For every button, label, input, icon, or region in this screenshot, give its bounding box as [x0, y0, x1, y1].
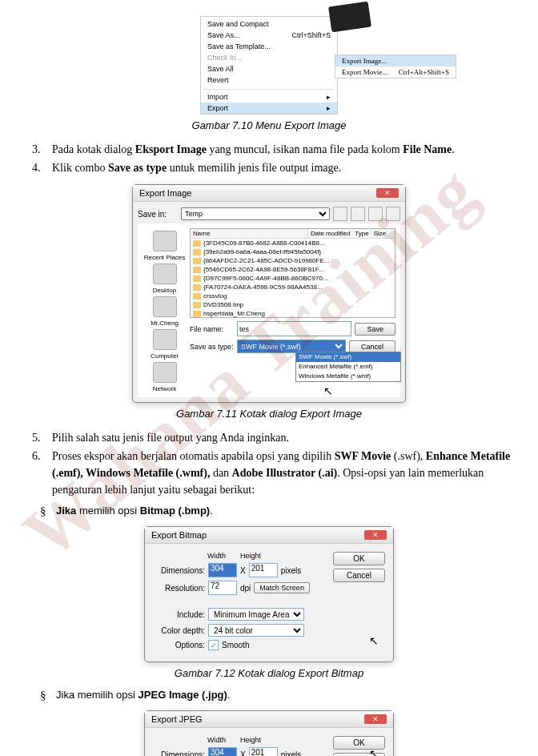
- back-icon[interactable]: [333, 207, 347, 221]
- step-3: 3. Pada kotak dialog Eksport Image yang …: [32, 141, 522, 158]
- folder-icon: [193, 267, 201, 273]
- place-label: Computer: [143, 352, 187, 360]
- colordepth-label: Color depth:: [153, 626, 205, 635]
- figure-7-12: Export Bitmap ✕ WidthHeight Dimensions: …: [16, 526, 522, 662]
- width-input[interactable]: 304: [208, 747, 237, 756]
- menu-item[interactable]: Save and Compact: [201, 18, 337, 30]
- export-jpeg-dialog: Export JPEG ✕ WidthHeight Dimensions: 30…: [144, 710, 394, 756]
- resolution-label: Resolution:: [153, 584, 205, 593]
- cancel-button[interactable]: Cancel: [333, 569, 385, 582]
- menu-item[interactable]: Check In...: [201, 52, 337, 63]
- list-item[interactable]: {FA70724-OAEA-4598-9C59-98AA4538...: [191, 283, 395, 292]
- menu-item[interactable]: Save As...Ctrl+Shift+S: [201, 30, 337, 41]
- list-item[interactable]: {5546CD65-2C62-4A98-8E59-5638F81F...: [191, 265, 395, 274]
- dropdown-option[interactable]: Enhanced Metafile (*.emf): [296, 362, 400, 372]
- submenu-export-image[interactable]: Export Image...: [335, 55, 456, 66]
- dropdown-option[interactable]: Windows Metafile (*.wmf): [296, 372, 400, 381]
- ok-button[interactable]: OK: [333, 552, 385, 565]
- savein-label: Save in:: [138, 210, 178, 219]
- list-item[interactable]: {39eb2a99-ba6a-4aaa-08ef-ff945fa5004f}: [191, 247, 395, 256]
- close-icon[interactable]: ✕: [364, 714, 387, 724]
- filename-label: File name:: [190, 325, 234, 333]
- list-item[interactable]: hsperfdata_Mr.Cheng: [191, 309, 395, 318]
- place-icon[interactable]: [153, 329, 177, 350]
- place-label: Recent Places: [143, 254, 187, 261]
- colordepth-select[interactable]: 24 bit color: [208, 624, 304, 637]
- list-item[interactable]: crssvlog: [191, 292, 395, 300]
- menu-export-image: Save and CompactSave As...Ctrl+Shift+SSa…: [200, 16, 338, 115]
- caption-7-10: Gambar 7.10 Menu Export Image: [16, 119, 522, 131]
- close-icon[interactable]: ✕: [376, 188, 399, 198]
- bullet-bitmap: § Jika memilih opsi Bitmap (.bmp).: [40, 505, 522, 518]
- folder-icon: [193, 249, 201, 255]
- place-icon[interactable]: [153, 362, 177, 383]
- folder-icon: [193, 293, 201, 300]
- step-5: 5. Pilih salah satu jenis file output ya…: [32, 429, 522, 446]
- place-label: Network: [143, 385, 187, 392]
- newfolder-icon[interactable]: [368, 207, 383, 221]
- caption-7-11: Gambar 7.11 Kotak dialog Export Image: [16, 408, 522, 420]
- cancel-button[interactable]: Cancel: [333, 753, 385, 756]
- include-label: Include:: [153, 610, 205, 619]
- dimensions-label: Dimensions:: [153, 750, 205, 757]
- match-screen-button[interactable]: Match Screen: [254, 582, 310, 593]
- folder-icon: [193, 284, 201, 291]
- folder-icon: [193, 258, 201, 264]
- width-input[interactable]: 304: [208, 563, 237, 577]
- list-item[interactable]: {3FD45C09-87B0-4682-A888-C00414B8...: [191, 239, 395, 247]
- place-icon[interactable]: [153, 263, 177, 284]
- dropdown-option[interactable]: SWF Movie (*.swf): [296, 352, 400, 362]
- bullet-jpeg: § Jika memilih opsi JPEG Image (.jpg).: [40, 689, 522, 702]
- savetype-label: Save as type:: [190, 343, 234, 351]
- savein-select[interactable]: Temp: [181, 207, 330, 220]
- laptop-image: [330, 4, 378, 44]
- list-item[interactable]: {D97C99F5-060C-4A9F-48BB-86DBC970...: [191, 274, 395, 283]
- file-list-header: Name Date modified Type Size: [191, 229, 395, 239]
- figure-7-10: Save and CompactSave As...Ctrl+Shift+SSa…: [16, 16, 522, 115]
- close-icon[interactable]: ✕: [364, 530, 387, 540]
- up-icon[interactable]: [351, 207, 365, 221]
- list-item[interactable]: {864AFDC2-2C21-485C-ADCD-919980FE...: [191, 256, 395, 265]
- filename-input[interactable]: [237, 321, 351, 336]
- file-list[interactable]: Name Date modified Type Size {3FD45C09-8…: [190, 228, 395, 318]
- height-input[interactable]: 201: [249, 563, 278, 577]
- submenu-export: Export Image... Export Movie...Ctrl+Alt+…: [335, 54, 456, 78]
- place-icon[interactable]: [153, 296, 177, 317]
- save-button[interactable]: Save: [355, 323, 395, 336]
- view-icon[interactable]: [386, 207, 400, 221]
- menu-import[interactable]: Import▸: [201, 91, 337, 103]
- savetype-dropdown[interactable]: SWF Movie (*.swf)Enhanced Metafile (*.em…: [295, 352, 401, 382]
- places-sidebar: Recent PlacesDesktopMr.ChengComputerNetw…: [143, 228, 187, 392]
- ok-button[interactable]: OK: [333, 736, 385, 750]
- dialog-title: Export JPEG: [151, 714, 203, 724]
- dialog-title: Export Image: [139, 188, 191, 198]
- menu-export[interactable]: Export▸: [201, 103, 337, 114]
- export-bitmap-dialog: Export Bitmap ✕ WidthHeight Dimensions: …: [144, 526, 394, 662]
- place-label: Mr.Cheng: [143, 320, 187, 327]
- resolution-input[interactable]: 72: [208, 581, 237, 595]
- menu-item[interactable]: Save as Template...: [201, 41, 337, 52]
- step-6: 6. Proses ekspor akan berjalan otomatis …: [32, 448, 522, 498]
- smooth-checkbox[interactable]: ✓: [208, 640, 219, 650]
- place-icon[interactable]: [153, 231, 177, 251]
- height-input[interactable]: 201: [249, 747, 278, 756]
- menu-item[interactable]: Save All: [201, 63, 337, 74]
- dialog-titlebar: Export Image ✕: [133, 185, 405, 202]
- options-label: Options:: [153, 641, 205, 649]
- folder-icon: [193, 311, 201, 317]
- submenu-export-movie[interactable]: Export Movie...Ctrl+Alt+Shift+S: [335, 66, 456, 78]
- include-select[interactable]: Minimum Image Area: [208, 608, 304, 621]
- caption-7-12: Gambar 7.12 Kotak dialog Export Bitmap: [16, 667, 522, 679]
- step-4: 4. Klik combo Save as type untuk memilih…: [32, 159, 522, 176]
- export-image-dialog: Export Image ✕ Save in: Temp Recent Plac…: [132, 184, 406, 403]
- dialog-title: Export Bitmap: [151, 530, 207, 540]
- folder-icon: [193, 275, 201, 282]
- menu-item[interactable]: Revert: [201, 74, 337, 86]
- folder-icon: [193, 302, 201, 308]
- figure-7-11: Export Image ✕ Save in: Temp Recent Plac…: [16, 184, 522, 403]
- place-label: Desktop: [143, 287, 187, 294]
- folder-icon: [193, 240, 201, 247]
- list-item[interactable]: DVD3508.tmp: [191, 300, 395, 309]
- step-list: 3. Pada kotak dialog Eksport Image yang …: [16, 141, 522, 176]
- dimensions-label: Dimensions:: [153, 566, 205, 575]
